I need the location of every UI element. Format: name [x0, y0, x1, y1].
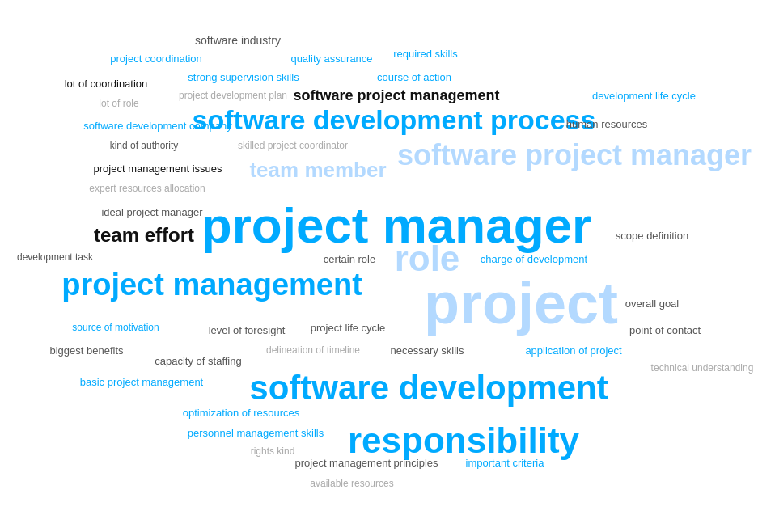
word-item: team member	[249, 158, 386, 183]
word-item: team effort	[94, 224, 194, 247]
word-item: strong supervision skills	[188, 71, 299, 83]
word-item: kind of authority	[110, 140, 179, 151]
word-item: required skills	[393, 48, 457, 60]
word-item: scope definition	[616, 230, 688, 242]
word-item: expert resources allocation	[89, 183, 205, 194]
word-item: project management	[61, 268, 362, 302]
word-item: software project management	[293, 87, 499, 104]
word-item: rights kind	[251, 445, 295, 457]
word-item: software development	[249, 369, 608, 407]
word-item: project	[424, 270, 618, 336]
word-item: development life cycle	[592, 90, 696, 102]
word-item: responsibility	[348, 420, 579, 461]
word-item: capacity of staffing	[155, 355, 241, 367]
word-item: point of contact	[629, 324, 701, 336]
word-item: course of action	[377, 71, 451, 83]
word-item: quality assurance	[290, 53, 372, 65]
word-item: human resources	[566, 118, 647, 130]
word-item: technical understanding	[651, 362, 754, 374]
word-item: lot of role	[99, 98, 138, 109]
word-item: optimization of resources	[183, 407, 300, 419]
word-item: software project manager	[397, 138, 752, 172]
word-item: necessary skills	[390, 344, 464, 357]
word-item: lot of coordination	[65, 78, 148, 90]
word-item: development task	[17, 251, 93, 263]
word-item: charge of development	[481, 253, 587, 265]
word-item: level of foresight	[209, 324, 286, 336]
word-item: project management issues	[94, 163, 222, 175]
word-item: source of motivation	[72, 322, 159, 333]
word-item: personnel management skills	[188, 427, 324, 439]
word-cloud: project managersoftware project managers…	[0, 0, 775, 532]
word-item: certain role	[324, 253, 375, 265]
word-item: project coordination	[110, 53, 201, 65]
word-item: important criteria	[466, 457, 544, 469]
word-item: ideal project manager	[101, 206, 202, 218]
word-item: project life cycle	[311, 322, 385, 334]
word-item: project management principles	[294, 457, 438, 469]
word-item: basic project management	[80, 376, 203, 388]
word-item: software development process	[193, 104, 596, 136]
word-item: application of project	[525, 344, 621, 357]
word-item: overall goal	[625, 298, 680, 310]
word-item: available resources	[310, 478, 393, 489]
word-item: skilled project coordinator	[238, 140, 348, 151]
word-item: delineation of timeline	[266, 344, 360, 356]
word-item: software industry	[195, 34, 281, 47]
word-item: project development plan	[179, 90, 287, 101]
word-item: biggest benefits	[49, 344, 123, 357]
word-item: software development company	[83, 120, 232, 132]
word-item: role	[395, 239, 460, 279]
